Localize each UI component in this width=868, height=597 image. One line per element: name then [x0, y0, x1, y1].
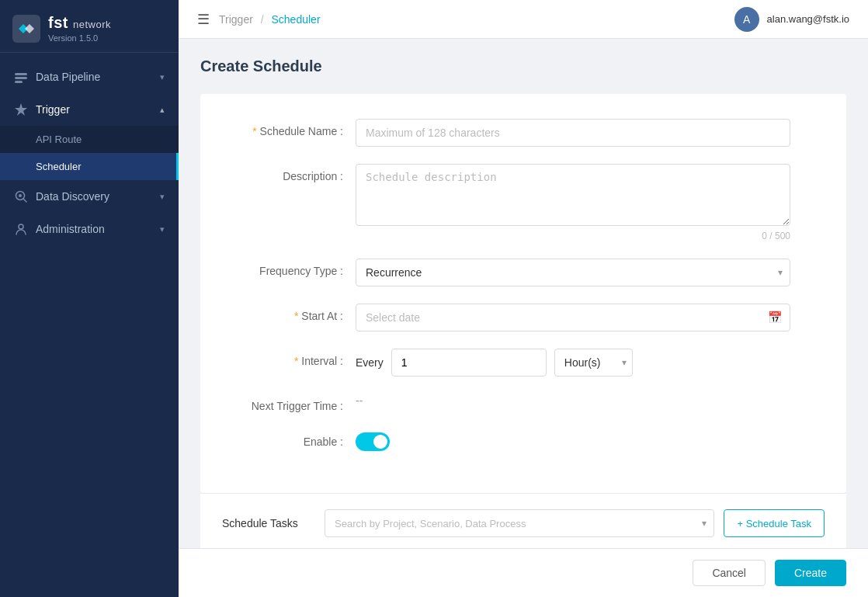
schedule-name-wrap [356, 119, 790, 147]
cancel-button[interactable]: Cancel [693, 560, 766, 586]
menu-icon[interactable]: ☰ [197, 11, 210, 28]
frequency-select-wrap: Recurrence Once ▾ [356, 259, 790, 286]
trigger-icon [14, 102, 28, 116]
description-label: Description : [231, 164, 356, 182]
logo-area: fst network Version 1.5.0 [0, 0, 179, 53]
sidebar-item-trigger-label: Trigger [36, 103, 70, 116]
create-button[interactable]: Create [775, 560, 846, 586]
schedule-task-button[interactable]: + Schedule Task [724, 509, 825, 537]
required-asterisk-interval: * [294, 355, 298, 367]
discovery-icon [14, 189, 28, 203]
interval-wrap-outer: Every Hour(s) Minute(s) Day(s) ▾ [356, 349, 790, 377]
footer-bar: Cancel Create [179, 548, 868, 597]
enable-row: Enable : [231, 429, 815, 451]
start-at-wrap: 📅 [356, 304, 790, 331]
breadcrumb: Trigger / Scheduler [219, 13, 321, 26]
frequency-type-row: Frequency Type : Recurrence Once ▾ [231, 259, 815, 286]
next-trigger-value: -- [356, 388, 363, 407]
sidebar: fst network Version 1.5.0 Data Pipeline … [0, 0, 179, 597]
svg-rect-1 [15, 73, 27, 75]
breadcrumb-root[interactable]: Trigger [219, 13, 253, 26]
trigger-submenu: API Route Scheduler [0, 126, 179, 180]
header-left: ☰ Trigger / Scheduler [197, 11, 321, 28]
schedule-tasks-label: Schedule Tasks [222, 517, 315, 529]
sidebar-item-data-pipeline[interactable]: Data Pipeline ▾ [0, 61, 179, 93]
logo-icon [12, 15, 40, 43]
sidebar-item-data-pipeline-label: Data Pipeline [36, 71, 100, 83]
interval-controls: Every Hour(s) Minute(s) Day(s) ▾ [356, 349, 790, 377]
logo-version: Version 1.5.0 [48, 33, 111, 43]
search-tasks-wrap: ▾ [325, 509, 714, 537]
enable-toggle[interactable] [356, 432, 390, 451]
main-area: ☰ Trigger / Scheduler A alan.wang@fstk.i… [179, 0, 868, 597]
enable-wrap [356, 429, 790, 451]
header-right: A alan.wang@fstk.io [734, 7, 849, 32]
next-trigger-label: Next Trigger Time : [231, 394, 356, 412]
required-asterisk-name: * [252, 125, 256, 137]
schedule-name-row: * Schedule Name : [231, 119, 815, 147]
description-row: Description : 0 / 500 [231, 164, 815, 241]
chevron-down-icon-2: ▾ [160, 192, 165, 202]
required-asterisk-start: * [294, 310, 298, 322]
header: ☰ Trigger / Scheduler A alan.wang@fstk.i… [179, 0, 868, 39]
svg-rect-2 [15, 77, 27, 79]
pipeline-icon [14, 70, 28, 84]
next-trigger-wrap: -- [356, 394, 790, 408]
interval-row: * Interval : Every Hour(s) Minute(s) Day… [231, 349, 815, 377]
interval-unit-select[interactable]: Hour(s) Minute(s) Day(s) [554, 349, 633, 377]
schedule-tasks-section: Schedule Tasks ▾ + Schedule Task Data Pr… [200, 493, 846, 548]
description-textarea[interactable] [356, 164, 790, 226]
frequency-type-label: Frequency Type : [231, 259, 356, 277]
schedule-name-input[interactable] [356, 119, 790, 147]
svg-point-5 [19, 194, 22, 197]
frequency-type-select[interactable]: Recurrence Once [356, 259, 790, 286]
sidebar-item-administration-label: Administration [36, 223, 105, 235]
logo-brand: fst network [48, 14, 111, 32]
chevron-down-icon-3: ▾ [160, 224, 165, 234]
start-at-label: * Start At : [231, 304, 356, 322]
sidebar-item-trigger[interactable]: Trigger ▴ [0, 93, 179, 126]
sidebar-item-api-route[interactable]: API Route [0, 126, 179, 153]
svg-rect-3 [15, 81, 23, 83]
chevron-up-icon: ▴ [160, 105, 165, 115]
avatar: A [734, 7, 759, 32]
svg-point-6 [19, 224, 23, 229]
interval-label: * Interval : [231, 349, 356, 367]
content-area: Create Schedule * Schedule Name : Descri… [179, 39, 868, 548]
start-at-input[interactable] [356, 304, 790, 331]
admin-icon [14, 222, 28, 236]
frequency-type-wrap: Recurrence Once ▾ [356, 259, 790, 286]
start-at-row: * Start At : 📅 [231, 304, 815, 331]
date-input-wrap: 📅 [356, 304, 790, 331]
sidebar-nav: Data Pipeline ▾ Trigger ▴ API Route Sche… [0, 53, 179, 597]
username: alan.wang@fstk.io [767, 13, 849, 25]
interval-value-input[interactable] [391, 349, 547, 377]
description-wrap: 0 / 500 [356, 164, 790, 241]
char-count: 0 / 500 [356, 231, 790, 241]
enable-toggle-wrap [356, 429, 790, 451]
breadcrumb-current: Scheduler [272, 13, 321, 26]
next-trigger-row: Next Trigger Time : -- [231, 394, 815, 412]
form-card: * Schedule Name : Description : 0 / 500 … [200, 94, 846, 493]
sidebar-item-data-discovery[interactable]: Data Discovery ▾ [0, 180, 179, 213]
interval-unit-wrap: Hour(s) Minute(s) Day(s) ▾ [554, 349, 633, 377]
sidebar-item-scheduler[interactable]: Scheduler [0, 153, 179, 180]
page-title: Create Schedule [200, 57, 846, 75]
schedule-name-label: * Schedule Name : [231, 119, 356, 137]
chevron-down-icon: ▾ [160, 72, 165, 82]
schedule-tasks-header: Schedule Tasks ▾ + Schedule Task [222, 509, 825, 537]
sidebar-item-administration[interactable]: Administration ▾ [0, 213, 179, 245]
toggle-slider [356, 432, 390, 451]
search-tasks-input[interactable] [325, 509, 714, 537]
interval-every-label: Every [356, 356, 384, 369]
sidebar-item-data-discovery-label: Data Discovery [36, 190, 109, 203]
breadcrumb-separator: / [261, 13, 264, 26]
enable-label: Enable : [231, 429, 356, 448]
